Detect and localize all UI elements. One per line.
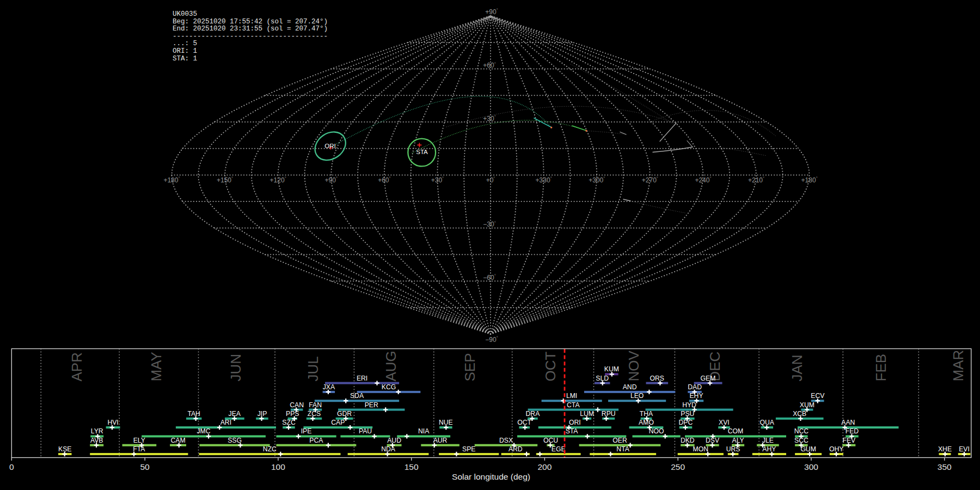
- svg-text:ARI: ARI: [220, 419, 231, 426]
- svg-text:250: 250: [671, 462, 685, 471]
- svg-text:------------------------------: --------------------------------------: [173, 33, 328, 40]
- svg-text:ORI: ORI: [569, 419, 581, 426]
- svg-text:FEB: FEB: [873, 354, 889, 382]
- svg-text:AND: AND: [623, 383, 637, 391]
- svg-text:OER: OER: [612, 437, 627, 444]
- svg-text:+30°: +30°: [431, 176, 444, 184]
- svg-text:+120°: +120°: [270, 176, 286, 184]
- svg-text:GEM: GEM: [701, 375, 716, 382]
- svg-text:XCB: XCB: [793, 410, 806, 418]
- svg-text:STA: 1: STA: 1: [173, 55, 197, 63]
- svg-text:AUD: AUD: [387, 437, 401, 444]
- svg-text:SPE: SPE: [462, 445, 475, 453]
- svg-text:+60°: +60°: [483, 62, 495, 70]
- svg-text:DSX: DSX: [499, 437, 513, 444]
- svg-text:IPE: IPE: [301, 427, 312, 435]
- svg-text:DRA: DRA: [526, 410, 541, 418]
- svg-text:MON: MON: [693, 445, 708, 453]
- svg-text:GDR: GDR: [337, 410, 352, 418]
- svg-text:+300°: +300°: [589, 176, 605, 184]
- svg-text:AUG: AUG: [383, 351, 399, 381]
- svg-text:SDA: SDA: [350, 392, 364, 400]
- svg-text:ORI: ORI: [324, 143, 335, 149]
- svg-text:Beg: 20251020 17:55:42 (sol =: Beg: 20251020 17:55:42 (sol = 207.24°): [173, 18, 328, 26]
- svg-text:LMI: LMI: [566, 392, 577, 400]
- svg-text:SEP: SEP: [462, 353, 478, 381]
- svg-text:JAN: JAN: [789, 354, 805, 381]
- svg-text:0: 0: [9, 462, 14, 471]
- svg-text:LYR: LYR: [91, 427, 103, 435]
- svg-text:−30°: −30°: [483, 220, 495, 229]
- svg-text:FEV: FEV: [842, 437, 856, 444]
- svg-text:CTA: CTA: [567, 401, 580, 409]
- svg-text:MAR: MAR: [950, 350, 966, 382]
- svg-text:...: 5: ...: 5: [173, 40, 197, 47]
- svg-text:100: 100: [271, 462, 285, 471]
- svg-text:50: 50: [140, 462, 150, 471]
- svg-text:TAH: TAH: [187, 410, 200, 418]
- svg-text:ERI: ERI: [357, 375, 367, 382]
- svg-text:RPU: RPU: [602, 410, 616, 418]
- svg-text:+210°: +210°: [748, 176, 764, 184]
- svg-text:+240°: +240°: [695, 176, 711, 184]
- svg-text:CAM: CAM: [170, 437, 185, 444]
- svg-text:SSG: SSG: [228, 437, 242, 444]
- svg-text:MAY: MAY: [148, 352, 164, 381]
- svg-text:PPS: PPS: [286, 410, 299, 418]
- svg-text:HVI: HVI: [107, 419, 118, 426]
- svg-text:PER: PER: [365, 401, 378, 409]
- svg-text:STA: STA: [416, 149, 428, 155]
- svg-text:JLE: JLE: [762, 437, 774, 444]
- svg-text:300: 300: [804, 462, 818, 471]
- svg-text:+90°: +90°: [325, 176, 338, 184]
- svg-text:+60°: +60°: [378, 176, 390, 184]
- svg-text:350: 350: [938, 462, 952, 471]
- svg-text:PAU: PAU: [359, 427, 372, 435]
- svg-text:+150°: +150°: [217, 176, 233, 184]
- svg-text:200: 200: [537, 462, 552, 471]
- svg-text:PCA: PCA: [309, 437, 323, 444]
- svg-text:−90°: −90°: [485, 335, 498, 344]
- svg-text:NDA: NDA: [381, 445, 396, 453]
- svg-text:NOO: NOO: [649, 427, 664, 435]
- svg-text:COM: COM: [728, 427, 743, 435]
- svg-text:+180°: +180°: [801, 176, 818, 184]
- svg-text:AUR: AUR: [433, 437, 448, 444]
- svg-text:STA: STA: [566, 427, 579, 435]
- svg-text:End: 20251020 23:31:55 (sol =: End: 20251020 23:31:55 (sol = 207.47°): [173, 25, 328, 33]
- svg-text:LEO: LEO: [630, 392, 644, 400]
- svg-text:OCT: OCT: [542, 352, 559, 382]
- svg-text:NOV: NOV: [626, 351, 642, 382]
- svg-text:FTA: FTA: [133, 445, 145, 453]
- svg-text:NTA: NTA: [616, 445, 629, 453]
- svg-text:KCG: KCG: [382, 383, 396, 391]
- svg-text:Solar longitude (deg): Solar longitude (deg): [452, 472, 530, 481]
- svg-text:+180°: +180°: [163, 176, 180, 184]
- svg-text:+270°: +270°: [642, 176, 658, 184]
- svg-text:ELY: ELY: [133, 437, 145, 444]
- svg-text:UK0035: UK0035: [173, 10, 197, 18]
- svg-text:JUN: JUN: [228, 354, 244, 382]
- svg-text:ORS: ORS: [650, 375, 664, 382]
- svg-text:NZC: NZC: [263, 445, 277, 453]
- svg-text:ARD: ARD: [509, 445, 523, 453]
- svg-text:EGE: EGE: [552, 445, 566, 453]
- svg-text:+90°: +90°: [485, 8, 498, 16]
- svg-text:APR: APR: [69, 352, 85, 381]
- svg-text:JUL: JUL: [305, 356, 321, 381]
- svg-text:+330°: +330°: [536, 176, 552, 184]
- svg-text:AAN: AAN: [841, 419, 855, 426]
- svg-text:CAP: CAP: [331, 419, 345, 426]
- svg-text:GUM: GUM: [800, 445, 816, 453]
- svg-text:−60°: −60°: [483, 273, 495, 281]
- svg-text:ORI: 1: ORI: 1: [173, 47, 197, 55]
- svg-text:JXA: JXA: [323, 383, 335, 391]
- svg-text:150: 150: [405, 462, 419, 471]
- svg-text:NIA: NIA: [418, 427, 430, 435]
- svg-text:AHY: AHY: [762, 445, 776, 453]
- svg-text:ZCS: ZCS: [308, 410, 321, 418]
